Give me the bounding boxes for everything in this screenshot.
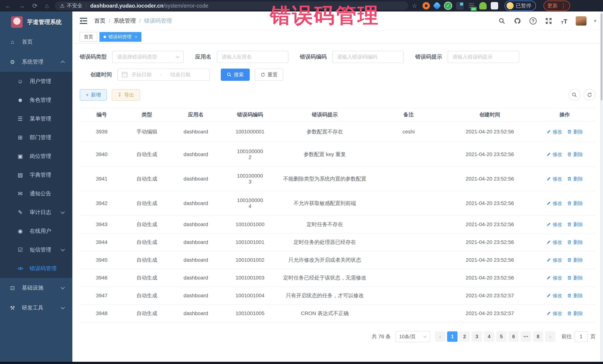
extension-list-icon[interactable]: on (468, 2, 475, 10)
sidebar-item-sms-management[interactable]: ☑ 短信管理 (0, 240, 72, 259)
user-avatar[interactable] (576, 16, 587, 26)
breadcrumb: 首页 / 系统管理 / 错误码管理 (94, 17, 172, 25)
sidebar-item-system-management[interactable]: ⚙ 系统管理 (0, 52, 72, 72)
scrollbar-thumb[interactable] (601, 13, 603, 100)
browser-home-icon[interactable]: ⌂ (45, 2, 49, 10)
cell-code: 1001000004 (221, 191, 278, 216)
toggle-search-button[interactable] (568, 89, 580, 101)
delete-link[interactable]: 删除 (567, 257, 583, 263)
page-scrollbar[interactable] (600, 11, 603, 362)
extension-grid-icon[interactable] (456, 2, 464, 10)
create-time-range-picker[interactable]: 开始日期 - 结束日期 (117, 69, 210, 81)
extension-gem-icon[interactable] (433, 1, 441, 10)
hamburger-icon[interactable] (80, 18, 87, 24)
browser-forward-icon[interactable]: → (19, 2, 25, 10)
sidebar-item-post-management[interactable]: ▣ 岗位管理 (0, 147, 72, 165)
page-button-3[interactable]: 3 (472, 331, 482, 342)
page-ellipsis-button[interactable]: ⋯ (521, 331, 531, 342)
edit-link[interactable]: 修改 (546, 176, 562, 182)
edit-link[interactable]: 修改 (546, 275, 562, 281)
bookmark-star-icon[interactable]: ☆ (412, 2, 417, 9)
sidebar-item-dev-tools[interactable]: ⚒ 研发工具 (0, 298, 72, 318)
edit-link[interactable]: 修改 (546, 310, 562, 317)
next-page-button[interactable]: › (545, 331, 556, 342)
page-button-6[interactable]: 6 (508, 331, 519, 342)
extension-green-check-icon[interactable]: ✓ (444, 2, 452, 10)
edit-link[interactable]: 修改 (546, 292, 562, 299)
total-count: 共 76 条 (372, 333, 391, 340)
prev-page-button[interactable]: ‹ (435, 331, 445, 342)
extension-orange-icon[interactable] (422, 2, 430, 10)
edit-link[interactable]: 修改 (546, 129, 562, 135)
edit-link[interactable]: 修改 (546, 257, 562, 263)
delete-link[interactable]: 删除 (567, 200, 583, 207)
delete-link[interactable]: 删除 (567, 221, 583, 228)
cell-type: 自动生成 (124, 167, 170, 191)
error-code-input[interactable]: 请输入错误码编码 (332, 51, 404, 63)
page-button-1[interactable]: 1 (447, 331, 458, 342)
tag-error-code-management[interactable]: 错误码管理 × (99, 32, 141, 42)
sidebar-item-role-management[interactable]: ☻ 角色管理 (0, 91, 72, 109)
sidebar-item-user-management[interactable]: ☺ 用户管理 (0, 72, 72, 91)
refresh-button[interactable] (584, 89, 596, 101)
edit-link[interactable]: 修改 (546, 221, 562, 228)
sidebar-item-home[interactable]: ⌂ 首页 (0, 32, 72, 52)
tag-home[interactable]: 首页 (80, 32, 97, 42)
sidebar-item-online-users[interactable]: ◉ 在线用户 (0, 222, 72, 240)
profile-paused-chip[interactable]: 已暂停 (504, 0, 536, 11)
tag-close-icon[interactable]: × (135, 34, 137, 39)
app-name-input[interactable]: 请输入应用名 (217, 51, 288, 63)
help-icon[interactable]: ? (529, 17, 537, 25)
export-button[interactable]: ↧ 导出 (112, 89, 140, 101)
fullscreen-icon[interactable] (545, 17, 553, 25)
user-icon: ☺ (16, 78, 24, 85)
edit-link[interactable]: 修改 (546, 151, 562, 158)
edit-link[interactable]: 修改 (546, 239, 562, 246)
goto-page-input[interactable]: 1 (574, 331, 588, 342)
delete-link[interactable]: 删除 (567, 151, 583, 158)
extensions-puzzle-icon[interactable] (491, 2, 498, 10)
chevron-down-icon (423, 334, 427, 338)
sidebar-item-audit-log[interactable]: ✎ 审计日志 (0, 203, 72, 222)
delete-link[interactable]: 删除 (567, 176, 583, 182)
reset-button[interactable]: 重置 (255, 69, 283, 81)
sidebar-item-menu-management[interactable]: ☰ 菜单管理 (0, 109, 72, 128)
delete-link[interactable]: 删除 (567, 310, 583, 317)
sidebar-item-error-code-management[interactable]: </> 错误码管理 (0, 259, 72, 278)
sidebar-logo-row[interactable]: 芋道管理系统 (0, 11, 72, 32)
delete-link[interactable]: 删除 (567, 129, 583, 135)
breadcrumb-home[interactable]: 首页 (94, 17, 105, 25)
github-icon[interactable] (513, 17, 522, 25)
browser-update-button[interactable]: 更新 ⋮ (544, 0, 570, 11)
extension-key-icon[interactable] (479, 2, 487, 10)
page-size-select[interactable]: 10条/页 (395, 331, 430, 342)
font-size-icon[interactable]: TT (560, 17, 568, 25)
cell-app: dashboard (170, 216, 221, 233)
sidebar-item-infrastructure[interactable]: ⊡ 基础设施 (0, 278, 72, 298)
cell-code: 1001001002 (221, 251, 278, 269)
sidebar-item-dept-management[interactable]: ⊞ 部门管理 (0, 128, 72, 147)
error-code-type-select[interactable]: 请选择错误码类型 (112, 51, 184, 63)
add-button[interactable]: + 新增 (80, 89, 107, 101)
delete-link[interactable]: 删除 (567, 239, 583, 246)
window-bottom-edge (0, 362, 603, 364)
edit-link[interactable]: 修改 (546, 200, 562, 207)
search-icon[interactable] (498, 17, 506, 25)
avatar-caret-icon[interactable]: ▾ (594, 18, 596, 24)
sidebar-item-notice-announcement[interactable]: ✉ 通知公告 (0, 184, 72, 203)
sidebar-item-dict-management[interactable]: ▤ 字典管理 (0, 165, 72, 184)
page-button-4[interactable]: 4 (484, 331, 494, 342)
error-msg-input[interactable]: 请输入错误码提示 (448, 51, 519, 63)
delete-link[interactable]: 删除 (567, 292, 583, 299)
search-button[interactable]: 搜索 (221, 69, 250, 81)
page-button-2[interactable]: 2 (459, 331, 470, 342)
browser-back-icon[interactable]: ← (5, 2, 11, 10)
address-bar[interactable]: ⚠ 不安全 dashboard.yudao.iocoder.cn/system/… (55, 1, 408, 10)
home-icon: ⌂ (8, 39, 17, 45)
breadcrumb-system[interactable]: 系统管理 (114, 17, 136, 25)
browser-reload-icon[interactable]: ⟳ (32, 2, 38, 10)
browser-menu-kebab-icon[interactable]: ⋮ (561, 3, 566, 9)
delete-link[interactable]: 删除 (567, 275, 583, 281)
page-button-5[interactable]: 5 (496, 331, 507, 342)
page-button-8[interactable]: 8 (533, 331, 543, 342)
